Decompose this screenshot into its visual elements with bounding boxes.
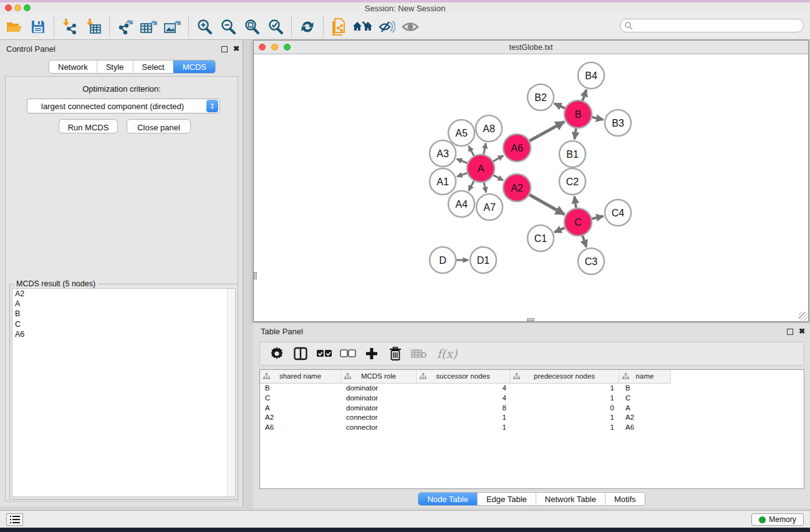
graph-edge-C-C1[interactable]	[554, 228, 565, 232]
graph-node-B1[interactable]: B1	[559, 141, 586, 167]
export-table-icon[interactable]	[137, 16, 161, 37]
graph-node-A2[interactable]: A2	[503, 174, 531, 201]
graph-node-A5[interactable]: A5	[448, 120, 475, 146]
select-all-icon[interactable]	[315, 344, 334, 363]
tab-node-table[interactable]: Node Table	[418, 493, 477, 505]
mcds-result-item[interactable]: A	[12, 299, 235, 309]
graph-node-C[interactable]: C	[564, 208, 592, 236]
resize-grip[interactable]	[799, 312, 808, 321]
float-panel-icon[interactable]	[221, 46, 228, 52]
open-file-icon[interactable]	[2, 16, 26, 37]
graph-node-A[interactable]: A	[467, 155, 494, 182]
import-table-icon[interactable]	[82, 16, 105, 37]
graph-edge-A-A4[interactable]	[468, 181, 474, 191]
settings-gear-icon[interactable]	[268, 344, 286, 363]
graph-node-A3[interactable]: A3	[430, 140, 456, 167]
graph-node-B2[interactable]: B2	[528, 84, 554, 110]
graph-edge-B-B4[interactable]	[582, 90, 586, 100]
table-row[interactable]: A6connector11A6	[260, 423, 804, 433]
close-table-panel-icon[interactable]: ✖	[799, 327, 805, 336]
graph-node-A8[interactable]: A8	[476, 115, 502, 142]
mcds-result-item[interactable]: C	[12, 319, 235, 329]
tab-motifs[interactable]: Motifs	[605, 493, 645, 505]
graph-edge-B-B1[interactable]	[574, 128, 576, 139]
graph-edge-A-A7[interactable]	[484, 182, 486, 192]
graph-edge-A-A8[interactable]	[484, 143, 486, 155]
graph-edge-A-A3[interactable]	[456, 159, 467, 163]
function-builder-icon[interactable]: f(x)	[433, 344, 461, 363]
graph-node-B4[interactable]: B4	[578, 62, 604, 89]
hide-details-icon[interactable]	[375, 16, 398, 37]
tab-edge-table[interactable]: Edge Table	[477, 493, 536, 505]
deselect-all-icon[interactable]	[339, 344, 357, 363]
zoom-selected-icon[interactable]	[264, 16, 287, 37]
table-row[interactable]: A2connector11A2	[260, 413, 804, 423]
graph-node-C4[interactable]: C4	[605, 200, 631, 226]
graph-edge-C-C3[interactable]	[582, 236, 586, 247]
zoom-in-icon[interactable]	[193, 16, 216, 37]
graph-edge-A2-C[interactable]	[529, 195, 564, 215]
tab-mcds[interactable]: MCDS	[173, 60, 215, 73]
close-panel-button[interactable]: Close panel	[127, 119, 191, 133]
tab-network[interactable]: Network	[49, 60, 97, 73]
column-header[interactable]: shared name	[260, 370, 341, 384]
float-table-panel-icon[interactable]	[787, 329, 793, 335]
network-overview-icon[interactable]	[327, 16, 351, 37]
network-window-titlebar[interactable]: testGlobe.txt	[254, 41, 808, 54]
column-header[interactable]: MCDS role	[341, 370, 417, 384]
graph-node-C2[interactable]: C2	[559, 168, 586, 195]
mcds-result-item[interactable]: A2	[12, 289, 235, 299]
save-session-icon[interactable]	[26, 16, 50, 37]
graph-node-A6[interactable]: A6	[503, 134, 531, 162]
node-table[interactable]: shared nameMCDS rolesuccessor nodesprede…	[259, 369, 804, 489]
graph-node-B[interactable]: B	[564, 100, 592, 128]
mcds-result-list[interactable]: A2ABCA6	[12, 288, 236, 497]
table-row[interactable]: Adominator80A	[260, 404, 804, 414]
graph-edge-A-A5[interactable]	[468, 146, 474, 156]
export-image-icon[interactable]	[161, 16, 185, 37]
graph-edge-A6-B[interactable]	[529, 122, 564, 141]
tab-style[interactable]: Style	[97, 60, 133, 73]
graph-node-A4[interactable]: A4	[448, 191, 475, 217]
home-pair-icon[interactable]	[351, 16, 375, 37]
show-details-icon[interactable]	[398, 16, 422, 37]
column-layout-icon[interactable]	[291, 344, 310, 363]
tab-network-table[interactable]: Network Table	[536, 493, 605, 505]
graph-node-A7[interactable]: A7	[476, 194, 503, 220]
memory-button[interactable]: Memory	[751, 513, 804, 526]
graph-node-C3[interactable]: C3	[578, 248, 604, 274]
graph-node-C1[interactable]: C1	[528, 225, 554, 251]
delete-table-icon[interactable]	[410, 344, 428, 363]
add-column-icon[interactable]	[362, 344, 381, 363]
mcds-result-item[interactable]: B	[12, 309, 235, 319]
graph-edge-A-A2[interactable]	[493, 175, 503, 180]
table-row[interactable]: Bdominator41B	[260, 384, 804, 394]
graph-edge-C-C2[interactable]	[574, 196, 576, 208]
import-network-icon[interactable]	[58, 16, 82, 37]
table-row[interactable]: Cdominator41C	[260, 394, 804, 404]
refresh-icon[interactable]	[296, 16, 319, 37]
splitter-grab-handle[interactable]	[254, 272, 257, 279]
graph-node-B3[interactable]: B3	[605, 110, 631, 136]
close-panel-icon[interactable]: ✖	[233, 44, 239, 53]
graph-edge-A-A1[interactable]	[457, 173, 468, 177]
run-mcds-button[interactable]: Run MCDS	[59, 119, 118, 133]
graph-edge-C-C4[interactable]	[592, 216, 603, 218]
search-input[interactable]	[633, 20, 803, 31]
network-canvas[interactable]: B4B2BB3A5A8A6B1A3AC2A1A2A4A7C4CC1C3DD1	[254, 54, 808, 321]
graph-node-A1[interactable]: A1	[430, 168, 456, 195]
scrollbar-track[interactable]	[227, 289, 235, 496]
graph-edge-A-A6[interactable]	[493, 155, 503, 161]
column-header[interactable]: name	[619, 370, 671, 384]
tab-select[interactable]: Select	[133, 60, 173, 73]
mcds-result-item[interactable]: A6	[12, 329, 235, 339]
zoom-fit-icon[interactable]	[240, 16, 264, 37]
export-network-icon[interactable]	[113, 16, 137, 37]
zoom-out-icon[interactable]	[216, 16, 240, 37]
graph-node-D[interactable]: D	[430, 247, 456, 273]
graph-node-D1[interactable]: D1	[470, 247, 496, 273]
search-box[interactable]	[620, 19, 804, 32]
criterion-dropdown[interactable]: largest connected component (directed) ▲…	[27, 99, 220, 114]
column-header[interactable]: successor nodes	[417, 370, 510, 384]
task-history-button[interactable]	[6, 513, 23, 526]
